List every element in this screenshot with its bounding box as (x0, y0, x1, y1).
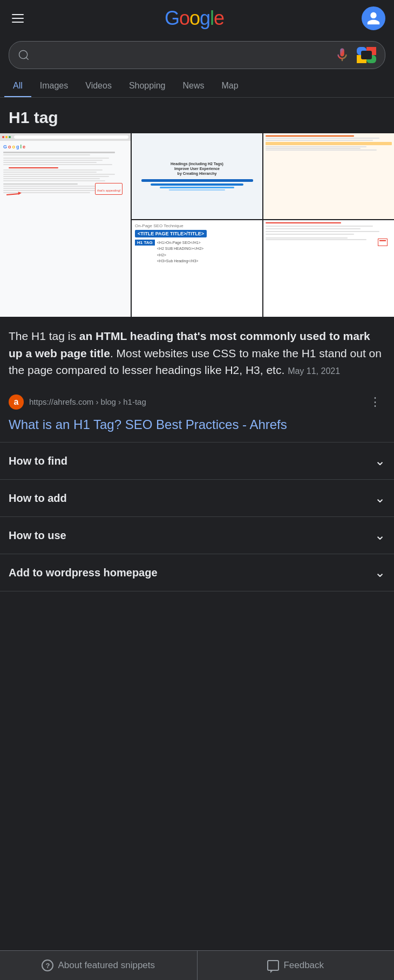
image-grid: G o o g l e (0, 133, 394, 317)
tab-images[interactable]: Images (31, 76, 77, 98)
expand-label-1: How to find (9, 455, 67, 467)
result-title: What is an H1 Tag? SEO Best Practices - … (0, 413, 394, 443)
chevron-down-icon-2: ⌄ (375, 491, 385, 506)
about-snippets-label: About featured snippets (58, 960, 155, 971)
tab-news[interactable]: News (174, 76, 213, 98)
chevron-down-icon-3: ⌄ (375, 528, 385, 543)
result-heading: H1 tag (0, 98, 394, 133)
image-5[interactable] (263, 220, 394, 317)
snippet-date: May 11, 2021 (288, 366, 340, 376)
expand-add-wordpress[interactable]: Add to wordpress homepage ⌄ (0, 554, 394, 591)
snippet-text: The H1 tag is an HTML heading that's mos… (9, 328, 385, 379)
footer-bar: ? About featured snippets Feedback (0, 950, 394, 980)
image-4[interactable]: On-Page SEO Technique <TITLE PAGE TITLE>… (132, 220, 262, 317)
source-info: a https://ahrefs.com › blog › h1-tag (9, 394, 146, 410)
about-featured-snippets-button[interactable]: ? About featured snippets (0, 951, 198, 980)
search-bar-container: h1 tag (0, 37, 394, 76)
search-input[interactable]: h1 tag (36, 49, 328, 62)
tab-videos[interactable]: Videos (77, 76, 120, 98)
chevron-down-icon-1: ⌄ (375, 453, 385, 468)
feedback-button[interactable]: Feedback (198, 951, 395, 979)
search-icon (18, 49, 30, 61)
feedback-icon (267, 960, 279, 971)
source-url: https://ahrefs.com › blog › h1-tag (29, 397, 146, 406)
image-1[interactable]: G o o g l e (0, 133, 131, 317)
snippet-container: The H1 tag is an HTML heading that's mos… (0, 317, 394, 385)
expand-how-to-find[interactable]: How to find ⌄ (0, 443, 394, 479)
user-avatar[interactable] (362, 6, 385, 30)
google-logo: Google (165, 7, 224, 30)
voice-search-icon[interactable] (334, 47, 350, 63)
expand-how-to-use[interactable]: How to use ⌄ (0, 517, 394, 554)
source-favicon: a (9, 394, 24, 410)
tab-shopping[interactable]: Shopping (120, 76, 174, 98)
tab-maps[interactable]: Map (213, 76, 247, 98)
info-icon: ? (42, 959, 53, 971)
expand-label-2: How to add (9, 492, 67, 505)
header: Google (0, 0, 394, 37)
result-source: a https://ahrefs.com › blog › h1-tag ⋮ (0, 385, 394, 413)
tab-all[interactable]: All (4, 76, 31, 98)
search-bar[interactable]: h1 tag (9, 41, 385, 69)
image-3[interactable]: Headings (including H2 Tags)Improve User… (132, 133, 262, 219)
search-tabs: All Images Videos Shopping News Map (0, 76, 394, 98)
camera-search-icon[interactable] (357, 47, 376, 63)
more-options-button[interactable]: ⋮ (365, 393, 385, 411)
result-link[interactable]: What is an H1 Tag? SEO Best Practices - … (9, 416, 385, 434)
expand-label-4: Add to wordpress homepage (9, 567, 158, 579)
image-2[interactable] (263, 133, 394, 219)
expand-how-to-add[interactable]: How to add ⌄ (0, 480, 394, 516)
feedback-label: Feedback (283, 960, 324, 971)
menu-button[interactable] (9, 11, 27, 26)
chevron-down-icon-4: ⌄ (375, 565, 385, 580)
expand-label-3: How to use (9, 529, 66, 542)
